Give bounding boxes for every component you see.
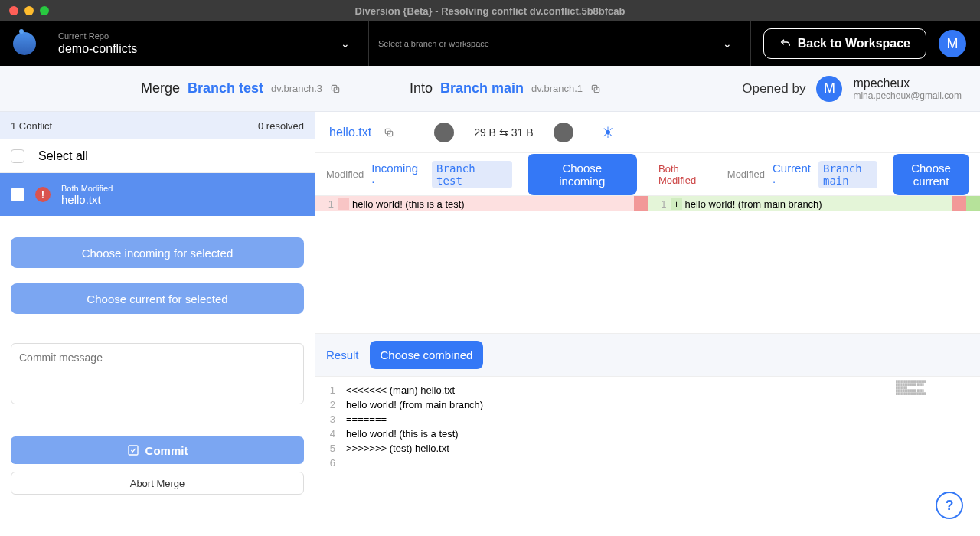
- merge-target: Into Branch main dv.branch.1: [410, 80, 601, 96]
- line-number: 1: [315, 384, 346, 396]
- copy-icon[interactable]: [330, 83, 341, 94]
- target-branch-id: dv.branch.1: [531, 83, 583, 94]
- choose-combined-button[interactable]: Choose combined: [370, 341, 484, 369]
- user-avatar[interactable]: M: [939, 30, 966, 57]
- diff-line: 1 − hello world! (this is a test): [315, 196, 648, 211]
- line-number: 2: [315, 399, 346, 410]
- line-number: 4: [315, 428, 346, 440]
- copy-icon[interactable]: [590, 83, 601, 94]
- conflict-count: 1 Conflict: [11, 120, 52, 132]
- opened-by-label: Opened by: [742, 81, 805, 96]
- current-pane[interactable]: 1 + hello world! (from main branch): [648, 196, 981, 333]
- theme-toggle-icon[interactable]: ☀: [601, 123, 615, 142]
- app-logo-icon[interactable]: [13, 32, 36, 55]
- result-line: 2hello world! (from main branch): [315, 397, 980, 412]
- result-label: Result: [326, 348, 359, 361]
- file-sizes: 29 B ⇆ 31 B: [474, 126, 533, 139]
- result-toolbar: Result Choose combined: [315, 334, 980, 377]
- file-checkbox[interactable]: [11, 188, 24, 201]
- line-content: <<<<<<< (main) hello.txt: [346, 384, 455, 396]
- download-icon: [559, 128, 568, 137]
- maximize-window-icon[interactable]: [40, 6, 49, 15]
- chevron-down-icon[interactable]: ⌄: [714, 38, 741, 50]
- author-name: mpecheux: [853, 77, 962, 90]
- merge-info-bar: Merge Branch test dv.branch.3 Into Branc…: [0, 66, 980, 112]
- select-all-checkbox[interactable]: [11, 149, 24, 163]
- download-icon: [439, 128, 449, 137]
- resolved-count: 0 resolved: [258, 120, 304, 132]
- line-content: =======: [346, 413, 387, 425]
- file-status: Both Modified: [61, 184, 113, 193]
- conflict-summary-bar: 1 Conflict 0 resolved: [0, 112, 315, 139]
- modified-label: Modified: [326, 168, 364, 180]
- diff-panes: 1 − hello world! (this is a test) 1 + he…: [315, 196, 980, 334]
- both-modified-label: Both Modified: [658, 163, 701, 186]
- commit-label: Commit: [145, 444, 188, 457]
- minimize-window-icon[interactable]: [24, 6, 34, 15]
- incoming-title: Incoming ·: [371, 162, 424, 188]
- select-all-label: Select all: [38, 149, 88, 163]
- file-toolbar: hello.txt 29 B ⇆ 31 B ☀: [315, 112, 980, 153]
- help-button[interactable]: ?: [936, 492, 963, 519]
- target-branch-link[interactable]: Branch main: [440, 80, 524, 96]
- diff-marker: +: [671, 198, 682, 210]
- line-content: >>>>>>> (test) hello.txt: [346, 443, 449, 454]
- choose-current-button[interactable]: Choose current: [893, 154, 969, 195]
- merge-label: Merge: [141, 80, 180, 96]
- choose-incoming-selected-button[interactable]: Choose incoming for selected: [11, 237, 304, 268]
- line-number: 3: [315, 413, 346, 425]
- repo-label: Current Repo: [58, 31, 332, 41]
- check-icon: [127, 444, 139, 456]
- repo-selector[interactable]: Current Repo demo-conflicts ⌄: [49, 21, 369, 66]
- author-email: mina.pecheux@gmail.com: [853, 90, 962, 101]
- svg-rect-4: [129, 446, 138, 455]
- window-title: Diversion {Beta} - Resolving conflict dv…: [355, 5, 626, 17]
- commit-message-input[interactable]: [11, 343, 304, 404]
- source-branch-link[interactable]: Branch test: [188, 80, 263, 96]
- chevron-down-icon[interactable]: ⌄: [332, 38, 359, 50]
- result-line: 3=======: [315, 412, 980, 427]
- select-all-row: Select all: [0, 139, 315, 173]
- branch-placeholder: Select a branch or workspace: [378, 39, 714, 48]
- line-number: 1: [315, 198, 338, 210]
- diff-line: 1 + hello world! (from main branch): [648, 196, 981, 211]
- download-left-button[interactable]: [434, 123, 454, 142]
- repo-name: demo-conflicts: [58, 42, 332, 56]
- result-line: 4hello world! (this is a test): [315, 427, 980, 441]
- line-number: 6: [315, 457, 346, 469]
- copy-icon[interactable]: [384, 127, 394, 138]
- current-branch-chip: Branch main: [818, 161, 877, 188]
- file-name: hello.txt: [61, 193, 113, 206]
- branch-selector[interactable]: Select a branch or workspace ⌄: [369, 21, 751, 66]
- result-line: 5>>>>>>> (test) hello.txt: [315, 441, 980, 456]
- diff-file-name[interactable]: hello.txt: [329, 126, 371, 139]
- conflict-file-row[interactable]: ! Both Modified hello.txt: [0, 173, 315, 216]
- traffic-lights: [9, 6, 49, 15]
- commit-button[interactable]: Commit: [11, 436, 304, 464]
- line-content: hello world! (this is a test): [346, 428, 459, 440]
- line-content: hello world! (from main branch): [682, 198, 981, 210]
- main-area: 1 Conflict 0 resolved Select all ! Both …: [0, 112, 980, 536]
- diff-marker: −: [338, 198, 349, 210]
- incoming-header: Modified Incoming · Branch test Choose i…: [315, 153, 648, 195]
- result-editor[interactable]: ██████ ████ ████████████ ████ ████ █████…: [315, 377, 980, 536]
- download-right-button[interactable]: [554, 123, 573, 142]
- incoming-branch-chip: Branch test: [432, 161, 511, 188]
- logo-cell: [0, 32, 49, 55]
- titlebar: Diversion {Beta} - Resolving conflict dv…: [0, 0, 980, 21]
- line-number: 1: [648, 198, 671, 210]
- abort-merge-button[interactable]: Abort Merge: [11, 472, 304, 495]
- merge-source: Merge Branch test dv.branch.3: [141, 80, 341, 96]
- close-window-icon[interactable]: [9, 6, 18, 15]
- choose-incoming-button[interactable]: Choose incoming: [528, 154, 638, 195]
- back-label: Back to Workspace: [798, 37, 910, 51]
- incoming-pane[interactable]: 1 − hello world! (this is a test): [315, 196, 648, 333]
- source-branch-id: dv.branch.3: [271, 83, 322, 94]
- author-avatar[interactable]: M: [816, 76, 842, 102]
- back-to-workspace-button[interactable]: Back to Workspace: [763, 28, 926, 59]
- result-line: 6: [315, 456, 980, 470]
- undo-icon: [779, 38, 792, 50]
- line-number: 5: [315, 443, 346, 454]
- choose-current-selected-button[interactable]: Choose current for selected: [11, 283, 304, 314]
- minimap[interactable]: ██████ ████ ████████████ ████ ████ █████…: [896, 380, 972, 418]
